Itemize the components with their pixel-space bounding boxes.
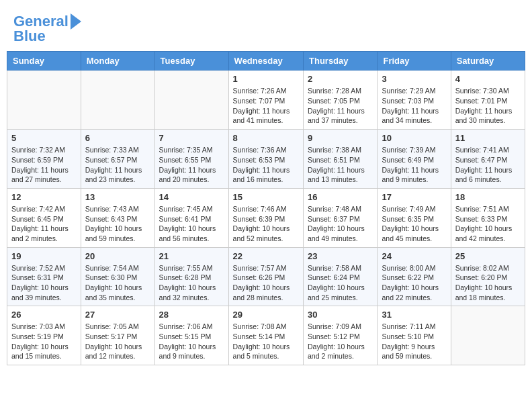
calendar-cell — [154, 71, 228, 130]
day-number: 15 — [233, 192, 299, 202]
day-info: Sunrise: 7:32 AM Sunset: 6:59 PM Dayligh… — [11, 145, 77, 185]
day-number: 27 — [85, 310, 150, 320]
column-header-friday: Friday — [378, 52, 451, 71]
day-number: 18 — [455, 192, 521, 202]
calendar-table: SundayMondayTuesdayWednesdayThursdayFrid… — [7, 51, 525, 365]
calendar-cell: 8Sunrise: 7:36 AM Sunset: 6:53 PM Daylig… — [228, 130, 303, 189]
day-info: Sunrise: 7:30 AM Sunset: 7:01 PM Dayligh… — [455, 86, 521, 126]
day-info: Sunrise: 7:51 AM Sunset: 6:33 PM Dayligh… — [455, 204, 521, 244]
calendar-cell: 22Sunrise: 7:57 AM Sunset: 6:26 PM Dayli… — [228, 247, 303, 306]
calendar-cell: 27Sunrise: 7:05 AM Sunset: 5:17 PM Dayli… — [81, 306, 154, 365]
calendar-cell — [81, 71, 154, 130]
calendar-week-1: 1Sunrise: 7:26 AM Sunset: 7:07 PM Daylig… — [7, 71, 525, 130]
day-number: 16 — [308, 192, 373, 202]
column-header-saturday: Saturday — [451, 52, 525, 71]
day-number: 21 — [159, 251, 224, 261]
day-info: Sunrise: 7:46 AM Sunset: 6:39 PM Dayligh… — [233, 204, 299, 244]
day-number: 6 — [85, 133, 150, 143]
day-number: 19 — [11, 251, 77, 261]
day-number: 31 — [382, 310, 446, 320]
day-info: Sunrise: 7:28 AM Sunset: 7:05 PM Dayligh… — [308, 86, 373, 126]
day-info: Sunrise: 7:52 AM Sunset: 6:31 PM Dayligh… — [11, 263, 77, 303]
calendar-week-3: 12Sunrise: 7:42 AM Sunset: 6:45 PM Dayli… — [7, 188, 525, 247]
day-info: Sunrise: 7:05 AM Sunset: 5:17 PM Dayligh… — [85, 322, 150, 361]
calendar-cell: 20Sunrise: 7:54 AM Sunset: 6:30 PM Dayli… — [81, 247, 154, 306]
day-number: 4 — [455, 74, 521, 84]
calendar-cell: 2Sunrise: 7:28 AM Sunset: 7:05 PM Daylig… — [304, 71, 378, 130]
day-info: Sunrise: 7:45 AM Sunset: 6:41 PM Dayligh… — [159, 204, 224, 244]
calendar-week-2: 5Sunrise: 7:32 AM Sunset: 6:59 PM Daylig… — [7, 130, 525, 189]
day-number: 12 — [11, 192, 77, 202]
day-number: 7 — [159, 133, 224, 143]
day-number: 9 — [308, 133, 373, 143]
calendar-cell: 9Sunrise: 7:38 AM Sunset: 6:51 PM Daylig… — [304, 130, 378, 189]
day-number: 8 — [233, 133, 299, 143]
day-number: 26 — [11, 310, 77, 320]
calendar-cell: 3Sunrise: 7:29 AM Sunset: 7:03 PM Daylig… — [378, 71, 451, 130]
calendar-cell: 15Sunrise: 7:46 AM Sunset: 6:39 PM Dayli… — [228, 188, 303, 247]
day-number: 20 — [85, 251, 150, 261]
day-number: 5 — [11, 133, 77, 143]
calendar-cell — [451, 306, 525, 365]
day-info: Sunrise: 7:43 AM Sunset: 6:43 PM Dayligh… — [85, 204, 150, 244]
day-info: Sunrise: 7:03 AM Sunset: 5:19 PM Dayligh… — [11, 322, 77, 361]
day-info: Sunrise: 7:55 AM Sunset: 6:28 PM Dayligh… — [159, 263, 224, 303]
calendar-cell: 13Sunrise: 7:43 AM Sunset: 6:43 PM Dayli… — [81, 188, 154, 247]
calendar-cell: 18Sunrise: 7:51 AM Sunset: 6:33 PM Dayli… — [451, 188, 525, 247]
day-info: Sunrise: 7:08 AM Sunset: 5:14 PM Dayligh… — [233, 322, 299, 361]
calendar-cell: 1Sunrise: 7:26 AM Sunset: 7:07 PM Daylig… — [228, 71, 303, 130]
calendar-cell: 29Sunrise: 7:08 AM Sunset: 5:14 PM Dayli… — [228, 306, 303, 365]
calendar-cell: 28Sunrise: 7:06 AM Sunset: 5:15 PM Dayli… — [154, 306, 228, 365]
day-info: Sunrise: 7:06 AM Sunset: 5:15 PM Dayligh… — [159, 322, 224, 361]
calendar-cell: 23Sunrise: 7:58 AM Sunset: 6:24 PM Dayli… — [304, 247, 378, 306]
calendar-cell: 31Sunrise: 7:11 AM Sunset: 5:10 PM Dayli… — [378, 306, 451, 365]
column-header-tuesday: Tuesday — [154, 52, 228, 71]
day-number: 3 — [382, 74, 446, 84]
calendar-week-5: 26Sunrise: 7:03 AM Sunset: 5:19 PM Dayli… — [7, 306, 525, 365]
day-info: Sunrise: 7:29 AM Sunset: 7:03 PM Dayligh… — [382, 86, 446, 126]
column-header-wednesday: Wednesday — [228, 52, 303, 71]
calendar-week-4: 19Sunrise: 7:52 AM Sunset: 6:31 PM Dayli… — [7, 247, 525, 306]
day-info: Sunrise: 7:39 AM Sunset: 6:49 PM Dayligh… — [382, 145, 446, 185]
calendar-cell: 11Sunrise: 7:41 AM Sunset: 6:47 PM Dayli… — [451, 130, 525, 189]
calendar-cell: 24Sunrise: 8:00 AM Sunset: 6:22 PM Dayli… — [378, 247, 451, 306]
calendar-cell — [7, 71, 81, 130]
calendar-cell: 21Sunrise: 7:55 AM Sunset: 6:28 PM Dayli… — [154, 247, 228, 306]
day-number: 1 — [233, 74, 299, 84]
day-info: Sunrise: 7:33 AM Sunset: 6:57 PM Dayligh… — [85, 145, 150, 185]
day-info: Sunrise: 7:42 AM Sunset: 6:45 PM Dayligh… — [11, 204, 77, 244]
day-info: Sunrise: 7:26 AM Sunset: 7:07 PM Dayligh… — [233, 86, 299, 126]
calendar-cell: 26Sunrise: 7:03 AM Sunset: 5:19 PM Dayli… — [7, 306, 81, 365]
calendar-cell: 5Sunrise: 7:32 AM Sunset: 6:59 PM Daylig… — [7, 130, 81, 189]
logo: General Blue — [13, 13, 81, 44]
day-number: 28 — [159, 310, 224, 320]
day-info: Sunrise: 7:09 AM Sunset: 5:12 PM Dayligh… — [308, 322, 373, 361]
day-info: Sunrise: 7:36 AM Sunset: 6:53 PM Dayligh… — [233, 145, 299, 185]
calendar-cell: 4Sunrise: 7:30 AM Sunset: 7:01 PM Daylig… — [451, 71, 525, 130]
day-number: 11 — [455, 133, 521, 143]
day-info: Sunrise: 7:49 AM Sunset: 6:35 PM Dayligh… — [382, 204, 446, 244]
day-info: Sunrise: 8:00 AM Sunset: 6:22 PM Dayligh… — [382, 263, 446, 303]
day-number: 10 — [382, 133, 446, 143]
day-info: Sunrise: 7:41 AM Sunset: 6:47 PM Dayligh… — [455, 145, 521, 185]
column-header-thursday: Thursday — [304, 52, 378, 71]
day-number: 2 — [308, 74, 373, 84]
column-header-sunday: Sunday — [7, 52, 81, 71]
calendar-cell: 17Sunrise: 7:49 AM Sunset: 6:35 PM Dayli… — [378, 188, 451, 247]
calendar-cell: 7Sunrise: 7:35 AM Sunset: 6:55 PM Daylig… — [154, 130, 228, 189]
day-number: 23 — [308, 251, 373, 261]
calendar-cell: 6Sunrise: 7:33 AM Sunset: 6:57 PM Daylig… — [81, 130, 154, 189]
calendar-cell: 30Sunrise: 7:09 AM Sunset: 5:12 PM Dayli… — [304, 306, 378, 365]
day-info: Sunrise: 8:02 AM Sunset: 6:20 PM Dayligh… — [455, 263, 521, 303]
day-info: Sunrise: 7:58 AM Sunset: 6:24 PM Dayligh… — [308, 263, 373, 303]
day-number: 29 — [233, 310, 299, 320]
day-number: 25 — [455, 251, 521, 261]
day-number: 17 — [382, 192, 446, 202]
logo-arrow-icon — [71, 13, 81, 30]
day-number: 22 — [233, 251, 299, 261]
column-header-monday: Monday — [81, 52, 154, 71]
day-info: Sunrise: 7:35 AM Sunset: 6:55 PM Dayligh… — [159, 145, 224, 185]
day-number: 24 — [382, 251, 446, 261]
calendar-cell: 10Sunrise: 7:39 AM Sunset: 6:49 PM Dayli… — [378, 130, 451, 189]
calendar-cell: 16Sunrise: 7:48 AM Sunset: 6:37 PM Dayli… — [304, 188, 378, 247]
